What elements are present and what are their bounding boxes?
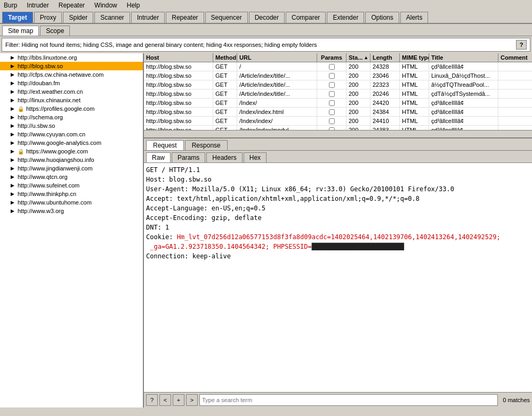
tab-scanner[interactable]: Scanner [94,12,130,23]
cell-title: çd³âllceIlIlâ¢ [429,117,498,125]
table-row[interactable]: http://blog.sbw.so GET /Article/index/ti… [144,89,532,99]
tree-item-sufeinet[interactable]: ▶ http://www.sufeinet.com [0,181,143,190]
lock-icon: 🔒 [18,106,24,112]
cell-mime: HTML [400,80,429,89]
cell-status: 200 [346,99,370,107]
tab-request[interactable]: Request [146,140,184,150]
main-tab-bar: Target Proxy Spider Scanner Intruder Rep… [0,11,532,24]
inner-tab-bar: Raw Params Headers Hex [144,151,532,163]
table-hscroll[interactable] [144,130,532,137]
prev-button[interactable]: < [159,394,171,406]
request-content[interactable]: GET / HTTP/1.1 Host: blog.sbw.so User-Ag… [144,163,532,392]
table-row[interactable]: http://blog.sbw.so GET / 200 24328 HTML … [144,62,532,71]
menu-help[interactable]: Help [125,1,142,10]
cell-comment [498,108,532,116]
tree-item-label: http://cfps.cw.china-netwave.com [18,71,103,78]
tab-comparer[interactable]: Comparer [286,12,326,23]
col-header-title[interactable]: Title [429,53,498,62]
help-button[interactable]: ? [146,394,158,406]
tab-spider[interactable]: Spider [63,12,93,23]
cell-method: GET [213,126,237,130]
table-area: Host Method URL Params Sta...▲ Length MI… [144,53,532,138]
col-header-mime[interactable]: MIME type [400,53,429,62]
cookie-value-red: Hm_lvt_07d256d12a06577153d8f3fa8d09acdc=… [177,233,501,241]
tree-item-jingdianwenji[interactable]: ▶ http://www.jingdianwenji.com [0,164,143,173]
tab-alerts[interactable]: Alerts [400,12,429,23]
tree-item-thinkphp[interactable]: ▶ http://www.thinkphp.cn [0,190,143,198]
tree-item-u-sbw[interactable]: ▶ http://u.sbw.so [0,121,143,130]
tree-item-douban[interactable]: ▶ http://douban.fm [0,79,143,87]
inner-tab-hex[interactable]: Hex [244,152,267,162]
table-row[interactable]: http://blog.sbw.so GET /Index/ 200 24420… [144,99,532,108]
tree-item-schema[interactable]: ▶ http://schema.org [0,113,143,121]
sub-tab-scope[interactable]: Scope [40,26,70,36]
tree-item-huoqiangshou[interactable]: ▶ http://www.huoqiangshou.info [0,156,143,164]
tree-item-blog-sbw[interactable]: ▶ http://blog.sbw.so [0,62,143,70]
col-header-host[interactable]: Host [144,53,213,62]
tab-repeater[interactable]: Repeater [166,12,204,23]
tab-target[interactable]: Target [2,12,33,23]
request-line: Accept-Encoding: gzip, deflate [146,213,530,223]
expand-arrow: ▶ [11,200,14,205]
tree-item-label: http://www.google-analytics.com [18,140,101,146]
cookie-value-red2: _ga=GA1.2.923718350.1404564342; PHPSESSI… [146,243,404,250]
cell-length: 22323 [370,80,400,89]
cell-method: GET [213,117,237,125]
tree-item-cfps[interactable]: ▶ http://cfps.cw.china-netwave.com [0,70,143,79]
tab-proxy[interactable]: Proxy [34,12,62,23]
cell-length: 24328 [370,62,400,71]
table-row[interactable]: http://blog.sbw.so GET /Article/index/ti… [144,80,532,89]
cell-mime: HTML [400,89,429,98]
col-header-length[interactable]: Length [370,53,400,62]
cell-status: 200 [346,108,370,116]
tab-decoder[interactable]: Decoder [249,12,285,23]
col-header-comment[interactable]: Comment [498,53,532,62]
tree-item-ext-weather[interactable]: ▶ http://ext.weather.com.cn [0,87,143,96]
tab-response[interactable]: Response [185,140,228,150]
cell-title: çd³âllcellllâ¢ [429,126,498,130]
col-header-url[interactable]: URL [237,53,317,62]
table-row[interactable]: http://blog.sbw.so GET /Index/index/ 200… [144,117,532,126]
main-content: ▶ http://bbs.linuxtone.org ▶ http://blog… [0,53,532,407]
inner-tab-headers[interactable]: Headers [206,152,242,162]
tab-sequencer[interactable]: Sequencer [205,12,248,23]
inner-tab-params[interactable]: Params [172,152,205,162]
tab-extender[interactable]: Extender [327,12,364,23]
tree-item-w3[interactable]: ▶ http://www.w3.org [0,207,143,215]
cell-mime: HTML [400,117,429,125]
tree-item-profiles-google[interactable]: ▶ 🔒 https://profiles.google.com [0,104,143,113]
sort-arrow: ▲ [364,55,368,60]
request-line: User-Agent: Mozilla/5.0 (X11; Linux x86_… [146,184,530,194]
tree-item-qtcn[interactable]: ▶ http://www.qtcn.org [0,173,143,181]
tree-item-ubuntuhome[interactable]: ▶ http://www.ubuntuhome.com [0,198,143,207]
cell-mime: HTML [400,108,429,116]
table-row[interactable]: http://blog.sbw.so GET /Index/index.html… [144,108,532,117]
tree-item-google-analytics[interactable]: ▶ http://www.google-analytics.com [0,138,143,147]
filter-help-button[interactable]: ? [516,40,527,50]
menu-repeater[interactable]: Repeater [57,1,86,10]
menu-intruder[interactable]: Intruder [25,1,50,10]
cell-host: http://blog.sbw.so [144,117,213,125]
table-row[interactable]: http://blog.sbw.so GET /Index/index/modu… [144,126,532,130]
menu-window[interactable]: Window [93,1,119,10]
col-header-method[interactable]: Method [213,53,237,62]
forward-button[interactable]: > [186,394,198,406]
menu-burp[interactable]: Burp [2,1,19,10]
tab-intruder[interactable]: Intruder [131,12,165,23]
tree-item-cyuyan[interactable]: ▶ http://www.cyuyan.com.cn [0,130,143,138]
tab-options[interactable]: Options [365,12,399,23]
search-input[interactable] [199,394,498,406]
col-header-status[interactable]: Sta...▲ [346,53,370,62]
tree-item-www-google[interactable]: ▶ 🔒 https://www.google.com [0,147,143,156]
col-header-params[interactable]: Params [317,53,346,62]
tree-item-bbs-linuxtone[interactable]: ▶ http://bbs.linuxtone.org [0,53,143,62]
request-line: DNT: 1 [146,223,530,232]
expand-arrow: ▶ [11,208,14,214]
expand-arrow: ▶ [11,89,14,94]
tree-item-linux-chinaunix[interactable]: ▶ http://linux.chinaunix.net [0,96,143,104]
next-button[interactable]: + [173,394,184,406]
table-row[interactable]: http://blog.sbw.so GET /Article/index/ti… [144,71,532,80]
cell-host: http://blog.sbw.so [144,80,213,89]
sub-tab-sitemap[interactable]: Site map [2,26,39,36]
inner-tab-raw[interactable]: Raw [146,152,171,162]
